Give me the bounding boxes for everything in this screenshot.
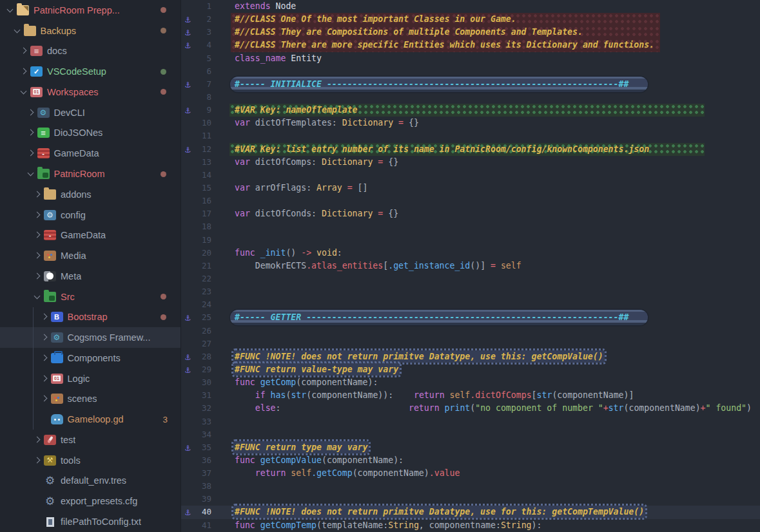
tree-item-tools[interactable]: tools	[0, 450, 180, 471]
code-line-3[interactable]: 3⚓#//CLASS They are Compositions of mult…	[181, 26, 760, 39]
tree-item-media[interactable]: Media	[0, 245, 180, 266]
token: return	[414, 390, 445, 400]
code-line-39[interactable]: 39	[181, 493, 760, 506]
tree-item-filepathtoconfig-txt[interactable]: filePathToConfig.txt	[0, 511, 180, 532]
token: dictOfTemplates:	[250, 118, 342, 128]
code-line-1[interactable]: 1extends Node	[181, 0, 760, 13]
chevron-right-icon[interactable]	[32, 189, 43, 200]
git-status-dot	[161, 314, 166, 320]
tree-item-gamedata[interactable]: GameData	[0, 225, 180, 245]
chevron-right-icon[interactable]	[39, 394, 50, 404]
code-line-14[interactable]: 14	[181, 169, 760, 182]
code-line-6[interactable]: 6	[181, 65, 760, 78]
chevron-right-icon[interactable]	[32, 230, 43, 240]
tree-item-gamedata[interactable]: GameData	[0, 143, 180, 164]
tree-item-patnicroom-prepp[interactable]: PatnicRoom Prepp...	[0, 0, 180, 21]
code-line-32[interactable]: 32 else: return print("no component of n…	[181, 402, 760, 415]
code-line-24[interactable]: 24	[181, 298, 760, 311]
tree-item-src[interactable]: Src	[0, 287, 180, 307]
tree-item-patnicroom[interactable]: PatnicRoom	[0, 164, 180, 184]
tree-item-bootstrap[interactable]: Bootstrap	[0, 307, 180, 327]
code-line-40[interactable]: 40⚓#FUNC !NOTE! does not return primitve…	[181, 506, 760, 518]
chevron-right-icon[interactable]	[32, 271, 43, 281]
code-line-38[interactable]: 38	[181, 480, 760, 493]
tree-item-components[interactable]: Components	[0, 348, 180, 368]
token: var	[235, 209, 250, 218]
tree-item-meta[interactable]: Meta	[0, 266, 180, 287]
tree-item-default-env-tres[interactable]: default_env.tres	[0, 471, 180, 491]
tree-item-addons[interactable]: addons	[0, 184, 180, 205]
tree-item-scenes[interactable]: scenes	[0, 389, 180, 410]
code-line-4[interactable]: 4⚓#//CLASS There are more specific Entit…	[181, 39, 760, 52]
code-line-19[interactable]: 19	[181, 234, 760, 247]
tree-item-docs[interactable]: docs	[0, 41, 180, 62]
chevron-right-icon[interactable]	[26, 148, 37, 158]
code-text: func getComp(componentName):	[235, 377, 378, 387]
code-line-33[interactable]: 33	[181, 415, 760, 428]
code-line-2[interactable]: 2⚓#//CLASS One Of the most important Cla…	[181, 13, 760, 26]
code-text: #FUNC return type may vary	[235, 442, 367, 452]
code-line-13[interactable]: 13var dictOfComps: Dictionary = {}	[181, 156, 760, 169]
code-line-21[interactable]: 21 DemokrECTS.atlas_entities[.get_instan…	[181, 260, 760, 272]
tree-item-diojsones[interactable]: DioJSONes	[0, 123, 180, 144]
code-line-9[interactable]: 9⚓#VAR Key: nameOfTemplate	[181, 104, 760, 117]
code-line-23[interactable]: 23	[181, 285, 760, 298]
code-line-18[interactable]: 18	[181, 220, 760, 233]
tree-item-cogsmos-framew[interactable]: Cogsmos Framew...	[0, 327, 180, 348]
chevron-right-icon[interactable]	[32, 435, 43, 445]
tree-item-workspaces[interactable]: Workspaces	[0, 82, 180, 102]
code-editor[interactable]: 1extends Node2⚓#//CLASS One Of the most …	[180, 0, 760, 532]
tree-item-backups[interactable]: Backups	[0, 21, 180, 41]
code-line-25[interactable]: 25⚓#----- GETTER -----------------------…	[181, 311, 760, 324]
tree-item-config[interactable]: config	[0, 205, 180, 225]
code-line-10[interactable]: 10var dictOfTemplates: Dictionary = {}	[181, 117, 760, 129]
chevron-right-icon[interactable]	[26, 108, 37, 118]
chevron-down-icon[interactable]	[32, 292, 43, 302]
tree-item-test[interactable]: test	[0, 430, 180, 450]
code-line-5[interactable]: 5class_name Entity	[181, 52, 760, 65]
code-line-12[interactable]: 12⚓#VAR Key: list entry number of its na…	[181, 143, 760, 156]
chevron-right-icon[interactable]	[26, 128, 37, 138]
chevron-right-icon[interactable]	[39, 332, 50, 343]
code-line-35[interactable]: 35⚓#FUNC return type may vary	[181, 441, 760, 454]
code-line-17[interactable]: 17var dictOfConds: Dictionary = {}	[181, 207, 760, 220]
code-line-28[interactable]: 28⚓#FUNC !NOTE! does not return primitve…	[181, 350, 760, 363]
code-line-16[interactable]: 16	[181, 195, 760, 207]
code-line-15[interactable]: 15var arrOfFlags: Array = []	[181, 182, 760, 195]
chevron-down-icon[interactable]	[19, 87, 30, 97]
chevron-right-icon[interactable]	[39, 312, 50, 322]
chevron-down-icon[interactable]	[26, 169, 37, 179]
chevron-right-icon[interactable]	[32, 455, 43, 466]
code-line-41[interactable]: 41func getCompTemp(templateName:String, …	[181, 519, 760, 532]
code-line-22[interactable]: 22	[181, 272, 760, 285]
tree-item-export-presets-cfg[interactable]: export_presets.cfg	[0, 491, 180, 511]
code-line-7[interactable]: 7⚓#----- INITIALICE --------------------…	[181, 78, 760, 91]
code-line-11[interactable]: 11	[181, 129, 760, 142]
tree-item-vscodesetup[interactable]: VSCodeSetup	[0, 61, 180, 82]
tree-item-gameloop-gd[interactable]: Gameloop.gd3	[0, 409, 180, 430]
chevron-right-icon[interactable]	[39, 374, 50, 384]
code-text: func getCompTemp(templateName:String, co…	[235, 520, 541, 530]
code-line-27[interactable]: 27	[181, 337, 760, 350]
chevron-right-icon[interactable]	[19, 46, 30, 56]
code-line-37[interactable]: 37 return self.getComp(componentName).va…	[181, 467, 760, 480]
tree-item-label: DioJSONes	[54, 128, 103, 138]
code-line-8[interactable]: 8	[181, 91, 760, 104]
chevron-right-icon[interactable]	[32, 251, 43, 261]
code-line-30[interactable]: 30func getComp(componentName):	[181, 376, 760, 389]
tools-icon	[44, 455, 56, 466]
chevron-right-icon[interactable]	[32, 210, 43, 220]
tree-item-logic[interactable]: Logic	[0, 368, 180, 389]
chevron-down-icon[interactable]	[5, 5, 16, 15]
tree-item-devcli[interactable]: DevCLI	[0, 102, 180, 123]
chevron-right-icon[interactable]	[19, 66, 30, 77]
code-line-26[interactable]: 26	[181, 325, 760, 337]
code-line-20[interactable]: 20func _init() -> void:	[181, 247, 760, 260]
chevron-down-icon[interactable]	[12, 26, 23, 36]
code-line-36[interactable]: 36func getCompValue(componentName):	[181, 454, 760, 467]
chevron-right-icon[interactable]	[39, 353, 50, 363]
json-icon	[37, 128, 50, 138]
code-line-31[interactable]: 31 if has(str(componentName)): return se…	[181, 389, 760, 402]
code-line-34[interactable]: 34	[181, 428, 760, 441]
code-line-29[interactable]: 29⚓#FUNC return value-type may vary	[181, 363, 760, 376]
